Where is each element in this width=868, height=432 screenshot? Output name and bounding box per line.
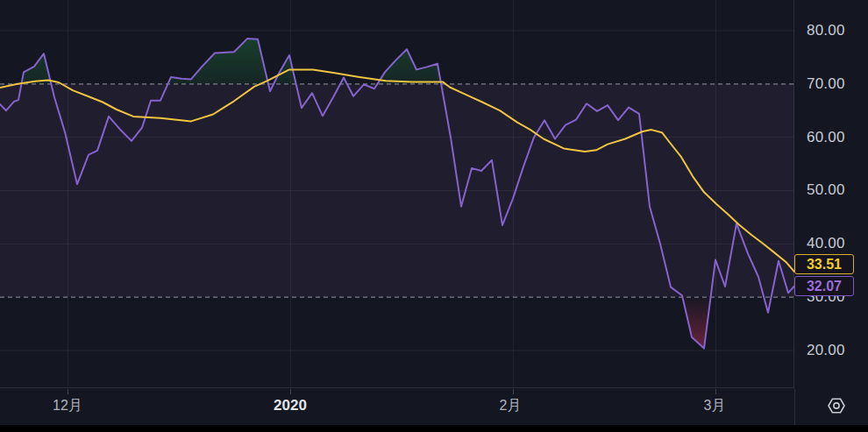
price-axis-label: 60.00: [807, 130, 845, 145]
time-axis-label: 3月: [704, 397, 726, 414]
window-bottom-strip: [0, 425, 868, 432]
hexagon-settings-icon: [825, 394, 848, 420]
ma-price-badge: 33.51: [794, 254, 854, 274]
time-axis-label: 2020: [274, 397, 307, 414]
time-axis-tick: [290, 389, 291, 394]
price-axis-label: 80.00: [807, 23, 845, 39]
price-axis[interactable]: 20.0030.0040.0050.0060.0070.0080.00 33.5…: [795, 0, 868, 388]
chart-plot-area[interactable]: [0, 0, 794, 388]
time-axis-tick: [715, 389, 716, 394]
time-axis-label: 12月: [53, 397, 82, 414]
rsi-chart-canvas[interactable]: [0, 0, 794, 388]
time-axis-tick: [513, 389, 514, 394]
time-axis[interactable]: 12月20202月3月: [0, 389, 868, 425]
price-axis-label: 50.00: [807, 182, 845, 198]
price-axis-label: 70.00: [807, 76, 845, 92]
time-axis-tick: [68, 389, 68, 394]
time-axis-label: 2月: [500, 397, 522, 414]
indicator-pane: 20.0030.0040.0050.0060.0070.0080.00 33.5…: [0, 0, 868, 432]
rsi-price-badge: 32.07: [794, 276, 854, 296]
price-axis-label: 40.00: [807, 236, 845, 251]
axis-corner-separator: [794, 389, 795, 425]
chart-settings-button[interactable]: [814, 391, 859, 422]
price-axis-label: 20.00: [807, 343, 845, 358]
